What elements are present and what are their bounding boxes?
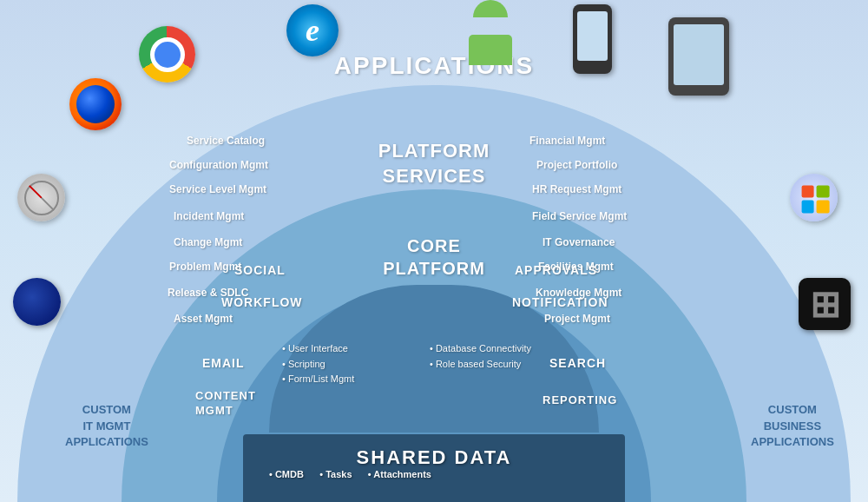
item-problem: Problem Mgmt [169,261,241,273]
item-field-service: Field Service Mgmt [532,210,627,222]
custom-business-block: CUSTOMBUSINESSAPPLICATIONS [751,402,834,450]
item-reporting: REPORTING [542,393,617,406]
blackberry-icon: ⊞ [799,278,851,330]
ie-icon [286,4,339,56]
globe-icon [13,278,61,326]
phone-icon [573,4,612,74]
item-financial: Financial Mgmt [529,135,605,147]
item-workflow: WORKFLOW [221,295,303,309]
item-config-mgmt: Configuration Mgmt [169,159,268,171]
shared-data-items: • CMDB • Tasks • Attachments [269,467,431,483]
windows-icon [790,174,838,221]
item-asset: Asset Mgmt [174,313,233,325]
item-project-portfolio: Project Portfolio [536,159,617,171]
item-hr-request: HR Request Mgmt [532,183,621,195]
item-content-mgmt: CONTENTMGMT [195,389,256,419]
core-bullets-right: • Database Connectivity• Role based Secu… [430,341,531,372]
item-social: SOCIAL [234,263,286,277]
safari-icon [17,174,65,221]
item-project-mgmt: Project Mgmt [544,313,610,325]
item-service-catalog: Service Catalog [187,135,265,147]
item-search: SEARCH [549,356,606,370]
firefox-icon [69,78,122,130]
custom-it-block: CUSTOMIT MGMTAPPLICATIONS [65,402,148,450]
item-change: Change Mgmt [174,236,242,248]
item-email: EMAIL [202,356,245,370]
item-it-governance: IT Governance [542,236,615,248]
chrome-icon [139,26,195,83]
item-approvals: APPROVALS [515,263,597,277]
tablet-icon [668,17,729,96]
item-notification: NOTIFICATION [512,295,608,309]
item-incident: Incident Mgmt [174,210,244,222]
core-bullets-left: • User Interface• Scripting• Form/List M… [282,341,354,387]
diagram-container: APPLICATIONS PLATFORMSERVICES COREPLATFO… [0,0,868,502]
android-icon [469,0,512,65]
item-service-level: Service Level Mgmt [169,183,266,195]
